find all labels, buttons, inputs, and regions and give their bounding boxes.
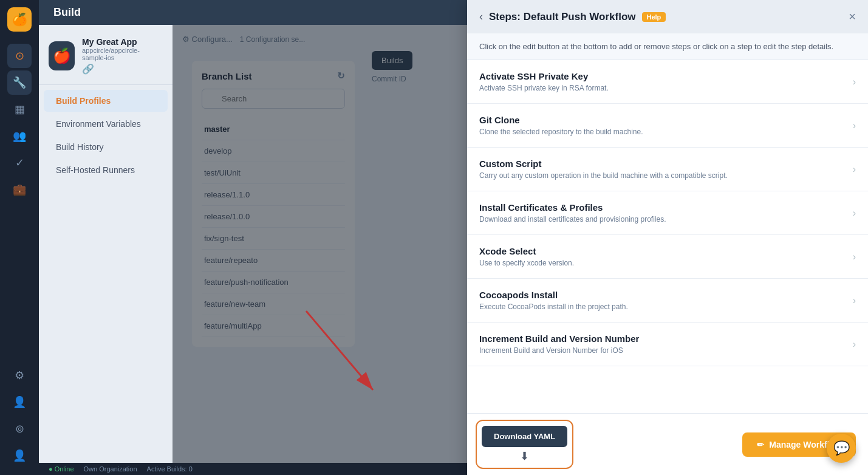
sidebar-icon-integration[interactable]: ⊚ — [7, 417, 32, 441]
app-name: My Great App — [82, 37, 163, 47]
step-title-certs: Install Certificates & Profiles — [479, 202, 853, 213]
app-info: My Great App appcircle/appcircle-sample-… — [82, 37, 163, 75]
nav-item-env-variables[interactable]: Environment Variables — [44, 113, 168, 135]
content-wrapper: 🍎 My Great App appcircle/appcircle-sampl… — [39, 25, 868, 463]
icon-sidebar: 🍊 ⊙ 🔧 ▦ 👥 ✓ 💼 ⚙ 👤 ⊚ 👤 — [0, 0, 39, 475]
sidebar-icon-profile[interactable]: 👤 — [7, 443, 32, 468]
nav-item-self-hosted[interactable]: Self-Hosted Runners — [44, 159, 168, 181]
step-item-cocoapods[interactable]: Cocoapods Install Execute CocoaPods inst… — [467, 279, 868, 323]
download-yaml-wrapper: Download YAML ⬇ — [479, 423, 570, 463]
step-item-git[interactable]: Git Clone Clone the selected repository … — [467, 104, 868, 148]
modal-steps: Activate SSH Private Key Activate SSH pr… — [467, 60, 868, 413]
step-info-certs: Install Certificates & Profiles Download… — [479, 202, 853, 224]
sidebar-icon-account[interactable]: 👤 — [7, 390, 32, 414]
step-arrow-xcode: › — [853, 251, 856, 262]
step-desc-xcode: Use to specify xcode version. — [479, 259, 853, 267]
sidebar-icon-testing[interactable]: ✓ — [7, 151, 32, 175]
nav-item-build-history[interactable]: Build History — [44, 136, 168, 158]
chat-icon: 💬 — [833, 440, 850, 456]
modal-footer: Download YAML ⬇ ✏ Manage Workflow — [467, 413, 868, 463]
step-info-ssh: Activate SSH Private Key Activate SSH pr… — [479, 71, 853, 92]
status-online: ● Online — [49, 465, 74, 473]
sidebar-icon-dashboard[interactable]: ▦ — [7, 97, 32, 121]
step-title-increment: Increment Build and Version Number — [479, 333, 853, 344]
step-arrow-increment: › — [853, 339, 856, 350]
step-info-increment: Increment Build and Version Number Incre… — [479, 333, 853, 355]
step-desc-increment: Increment Build and Version Number for i… — [479, 346, 853, 355]
manage-workflow-icon: ✏ — [757, 440, 764, 449]
app-header: 🍎 My Great App appcircle/appcircle-sampl… — [39, 37, 173, 85]
step-desc-certs: Download and install certificates and pr… — [479, 215, 853, 224]
app-logo[interactable]: 🍊 — [7, 7, 32, 32]
sidebar-icon-users[interactable]: 👥 — [7, 124, 32, 148]
step-info-custom: Custom Script Carry out any custom opera… — [479, 159, 853, 180]
modal-header: ‹ Steps: Default Push Workflow Help × — [467, 25, 868, 33]
step-title-custom: Custom Script — [479, 159, 853, 169]
step-title-xcode: Xcode Select — [479, 246, 853, 256]
step-arrow-ssh: › — [853, 77, 856, 87]
step-item-xcode[interactable]: Xcode Select Use to specify xcode versio… — [467, 235, 868, 279]
step-arrow-cocoapods: › — [853, 295, 856, 306]
step-info-xcode: Xcode Select Use to specify xcode versio… — [479, 246, 853, 267]
step-desc-ssh: Activate SSH private key in RSA format. — [479, 84, 853, 92]
sidebar-icon-home[interactable]: ⊙ — [7, 44, 32, 68]
step-desc-custom: Carry out any custom operation in the bu… — [479, 171, 853, 180]
step-arrow-git: › — [853, 120, 856, 131]
step-item-increment[interactable]: Increment Build and Version Number Incre… — [467, 323, 868, 366]
step-title-ssh: Activate SSH Private Key — [479, 71, 853, 81]
chat-bubble[interactable]: 💬 — [827, 434, 856, 463]
step-arrow-custom: › — [853, 164, 856, 175]
step-item-certs[interactable]: Install Certificates & Profiles Download… — [467, 191, 868, 235]
download-icon: ⬇ — [520, 449, 529, 463]
step-item-ssh[interactable]: Activate SSH Private Key Activate SSH pr… — [467, 60, 868, 104]
app-icon: 🍎 — [49, 41, 75, 70]
download-yaml-button[interactable]: Download YAML — [482, 426, 567, 447]
status-builds: Active Builds: 0 — [147, 465, 193, 473]
step-title-git: Git Clone — [479, 115, 853, 125]
modal-panel: ‹ Steps: Default Push Workflow Help × Cl… — [467, 25, 868, 463]
sidebar-icon-build[interactable]: 🔧 — [7, 70, 32, 95]
page-title: Build — [53, 6, 81, 19]
step-desc-git: Clone the selected repository to the bui… — [479, 128, 853, 136]
status-org: Own Organization — [84, 465, 137, 473]
step-desc-cocoapods: Execute CocoaPods install in the project… — [479, 302, 853, 311]
modal-description: Click on the edit button at the bottom t… — [467, 33, 868, 60]
step-info-cocoapods: Cocoapods Install Execute CocoaPods inst… — [479, 290, 853, 311]
app-repo: appcircle/appcircle-sample-ios — [82, 47, 163, 61]
sidebar-icon-settings[interactable]: ⚙ — [7, 363, 32, 388]
step-info-git: Git Clone Clone the selected repository … — [479, 115, 853, 136]
main-area: Build 🍎 My Great App appcircle/appcircle… — [39, 0, 868, 475]
step-title-cocoapods: Cocoapods Install — [479, 290, 853, 300]
sidebar-icon-store[interactable]: 💼 — [7, 177, 32, 202]
app-badge: 🔗 — [82, 63, 163, 75]
left-nav: 🍎 My Great App appcircle/appcircle-sampl… — [39, 25, 173, 463]
nav-item-build-profiles[interactable]: Build Profiles — [44, 90, 168, 112]
step-arrow-certs: › — [853, 208, 856, 219]
step-item-custom-script[interactable]: Custom Script Carry out any custom opera… — [467, 148, 868, 191]
